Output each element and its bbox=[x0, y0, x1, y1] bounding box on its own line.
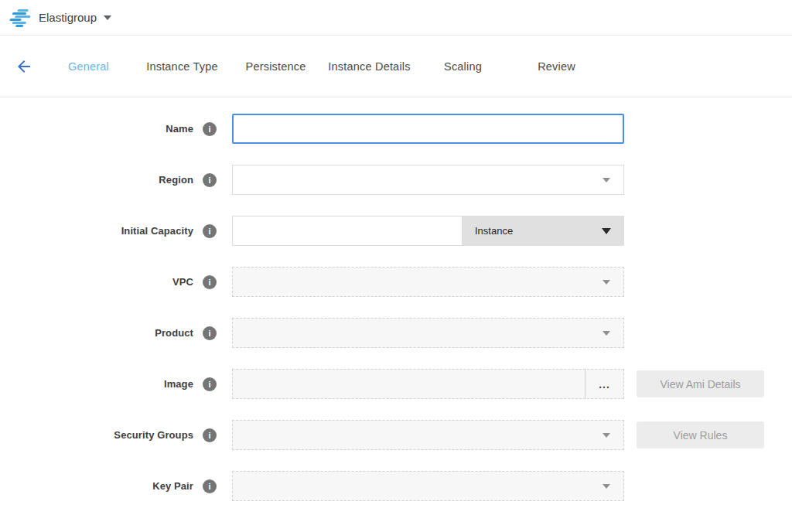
tab-instance-type[interactable]: Instance Type bbox=[135, 60, 229, 73]
region-select[interactable] bbox=[232, 165, 624, 195]
region-label: Region bbox=[159, 174, 193, 186]
vpc-label: VPC bbox=[172, 276, 193, 288]
chevron-down-icon bbox=[602, 228, 611, 234]
vpc-select[interactable] bbox=[232, 267, 624, 297]
form-row-product: Product i bbox=[0, 318, 792, 348]
chevron-down-icon bbox=[603, 178, 610, 182]
info-icon[interactable]: i bbox=[203, 173, 217, 187]
form-row-image: Image i ... View Ami Details bbox=[0, 369, 792, 399]
arrow-back-icon bbox=[15, 57, 33, 76]
app-header: Elastigroup bbox=[0, 0, 792, 36]
initial-capacity-input[interactable] bbox=[232, 216, 462, 246]
tab-scaling[interactable]: Scaling bbox=[416, 60, 510, 73]
tab-persistence[interactable]: Persistence bbox=[229, 60, 323, 73]
tab-general[interactable]: General bbox=[42, 60, 135, 73]
security-groups-label: Security Groups bbox=[114, 429, 193, 441]
info-icon[interactable]: i bbox=[203, 326, 217, 340]
info-icon[interactable]: i bbox=[203, 428, 217, 442]
product-label: Product bbox=[155, 327, 193, 339]
security-groups-select[interactable] bbox=[232, 420, 624, 450]
app-switcher-caret-icon[interactable] bbox=[104, 15, 111, 20]
chevron-down-icon bbox=[603, 433, 610, 438]
app-title: Elastigroup bbox=[39, 11, 97, 24]
info-icon[interactable]: i bbox=[203, 224, 217, 238]
chevron-down-icon bbox=[603, 331, 610, 336]
form-row-security-groups: Security Groups i View Rules bbox=[0, 420, 792, 450]
back-button[interactable] bbox=[14, 56, 34, 77]
info-icon[interactable]: i bbox=[203, 479, 217, 493]
general-form: Name i Region i Initial Capacity i Insta… bbox=[0, 97, 792, 501]
product-select[interactable] bbox=[232, 318, 624, 348]
key-pair-select[interactable] bbox=[232, 471, 624, 501]
info-icon[interactable]: i bbox=[203, 122, 217, 136]
wizard-tabs: General Instance Type Persistence Instan… bbox=[42, 60, 603, 73]
view-ami-details-button[interactable]: View Ami Details bbox=[637, 370, 764, 397]
image-browse-button[interactable]: ... bbox=[585, 370, 623, 398]
capacity-unit-select[interactable]: Instance bbox=[462, 216, 624, 246]
key-pair-label: Key Pair bbox=[152, 480, 193, 492]
name-input[interactable] bbox=[232, 114, 624, 144]
tab-instance-details[interactable]: Instance Details bbox=[323, 60, 416, 73]
form-row-key-pair: Key Pair i bbox=[0, 471, 792, 501]
image-input[interactable]: ... bbox=[232, 369, 624, 399]
view-rules-button[interactable]: View Rules bbox=[637, 421, 764, 448]
capacity-unit-value: Instance bbox=[475, 225, 513, 237]
image-label: Image bbox=[164, 378, 193, 390]
info-icon[interactable]: i bbox=[203, 377, 217, 391]
name-label: Name bbox=[166, 123, 193, 135]
info-icon[interactable]: i bbox=[203, 275, 217, 289]
form-row-region: Region i bbox=[0, 165, 792, 195]
wizard-tabbar: General Instance Type Persistence Instan… bbox=[0, 36, 792, 97]
form-row-initial-capacity: Initial Capacity i Instance bbox=[0, 216, 792, 246]
tab-review[interactable]: Review bbox=[510, 60, 603, 73]
chevron-down-icon bbox=[603, 280, 610, 285]
elastigroup-logo-icon bbox=[9, 9, 32, 26]
form-row-vpc: VPC i bbox=[0, 267, 792, 297]
chevron-down-icon bbox=[603, 484, 610, 489]
form-row-name: Name i bbox=[0, 114, 792, 144]
initial-capacity-label: Initial Capacity bbox=[121, 225, 193, 237]
